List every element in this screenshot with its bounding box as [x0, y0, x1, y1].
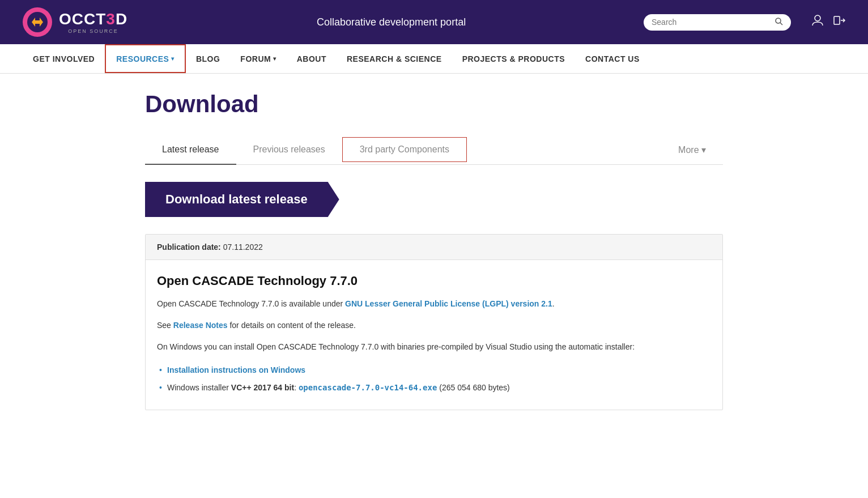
release-title: Open CASCADE Technology 7.7.0 [157, 274, 711, 288]
logo-sub: OPEN SOURCE [68, 28, 118, 34]
nav-research-science[interactable]: RESEARCH & SCIENCE [337, 44, 452, 73]
search-input[interactable] [652, 18, 771, 27]
nav-projects-products[interactable]: PROJECTS & PRODUCTS [452, 44, 575, 73]
para2-suffix: for details on content of the release. [228, 321, 356, 330]
logo-area[interactable]: OCCT3D OPEN SOURCE [23, 7, 127, 37]
download-btn-container: Download latest release [145, 182, 723, 217]
page-content: Download Latest release Previous release… [122, 74, 746, 427]
logo-icon [23, 7, 52, 37]
release-body: Open CASCADE Technology 7.7.0 Open CASCA… [146, 260, 722, 410]
release-list: Installation instructions on Windows Win… [157, 361, 711, 396]
windows-install-link[interactable]: Installation instructions on Windows [167, 365, 305, 374]
installer-suffix: (265 054 680 bytes) [437, 383, 509, 392]
logo-d-span: D [116, 10, 127, 28]
tab-more[interactable]: More ▾ [661, 135, 723, 164]
svg-rect-4 [35, 20, 40, 24]
nav-get-involved[interactable]: GET INVOLVED [23, 44, 105, 73]
nav-blog[interactable]: BLOG [186, 44, 230, 73]
list-item-installer: Windows installer VC++ 2017 64 bit: open… [157, 379, 711, 396]
pub-date-label: Publication date: [157, 242, 221, 252]
nav-resources[interactable]: RESOURCES ▾ [105, 44, 186, 73]
svg-point-5 [776, 18, 781, 23]
search-icon [775, 18, 783, 25]
release-box: Publication date: 07.11.2022 Open CASCAD… [145, 234, 723, 410]
svg-point-7 [815, 15, 820, 21]
list-item: Installation instructions on Windows [157, 361, 711, 378]
download-latest-release-button[interactable]: Download latest release [145, 182, 339, 217]
release-para-3: On Windows you can install Open CASCADE … [157, 340, 711, 354]
logo-text-block: OCCT3D OPEN SOURCE [59, 10, 127, 34]
logo-name: OCCT3D [59, 10, 127, 28]
tab-3rd-party[interactable]: 3rd party Components [342, 137, 467, 162]
installer-prefix: Windows installer [167, 383, 231, 392]
user-icon[interactable] [811, 14, 824, 30]
logo-3d-span: 3 [106, 10, 116, 28]
tab-latest-release[interactable]: Latest release [145, 135, 236, 164]
svg-rect-8 [834, 16, 840, 24]
logout-icon-svg [833, 14, 845, 27]
release-notes-link[interactable]: Release Notes [173, 321, 228, 330]
vc-bold: VC++ 2017 64 bit [231, 383, 294, 392]
user-icon-svg [811, 14, 824, 27]
page-title: Download [145, 91, 723, 118]
resources-caret: ▾ [171, 56, 175, 62]
header-icons [811, 14, 845, 30]
installer-colon: : [294, 383, 299, 392]
installer-code: opencascade-7.7.0-vc14-64.exe [299, 383, 437, 392]
search-button[interactable] [775, 18, 783, 27]
nav-about[interactable]: ABOUT [287, 44, 337, 73]
tagline: Collaborative development portal [150, 16, 632, 28]
para1-prefix: Open CASCADE Technology 7.7.0 is availab… [157, 299, 345, 308]
tabs: Latest release Previous releases 3rd par… [145, 135, 723, 165]
nav-contact-us[interactable]: CONTACT US [575, 44, 650, 73]
para2-prefix: See [157, 321, 173, 330]
logo-occt-span: OCCT [59, 10, 106, 28]
release-para-2: See Release Notes for details on content… [157, 319, 711, 333]
para1-suffix: . [552, 299, 555, 308]
logout-icon[interactable] [833, 14, 845, 30]
svg-line-6 [780, 23, 782, 25]
tab-previous-releases[interactable]: Previous releases [236, 135, 342, 164]
release-header: Publication date: 07.11.2022 [146, 235, 722, 260]
lgpl-link[interactable]: GNU Lesser General Public License (LGPL)… [345, 299, 552, 308]
installer-link[interactable]: opencascade-7.7.0-vc14-64.exe [299, 383, 437, 392]
release-para-1: Open CASCADE Technology 7.7.0 is availab… [157, 297, 711, 311]
nav-forum[interactable]: FORUM ▾ [230, 44, 286, 73]
header: OCCT3D OPEN SOURCE Collaborative develop… [0, 0, 868, 44]
search-bar[interactable] [644, 14, 791, 31]
pub-date-value: 07.11.2022 [223, 242, 263, 252]
forum-caret: ▾ [273, 56, 276, 62]
main-nav: GET INVOLVED RESOURCES ▾ BLOG FORUM ▾ AB… [0, 44, 868, 74]
